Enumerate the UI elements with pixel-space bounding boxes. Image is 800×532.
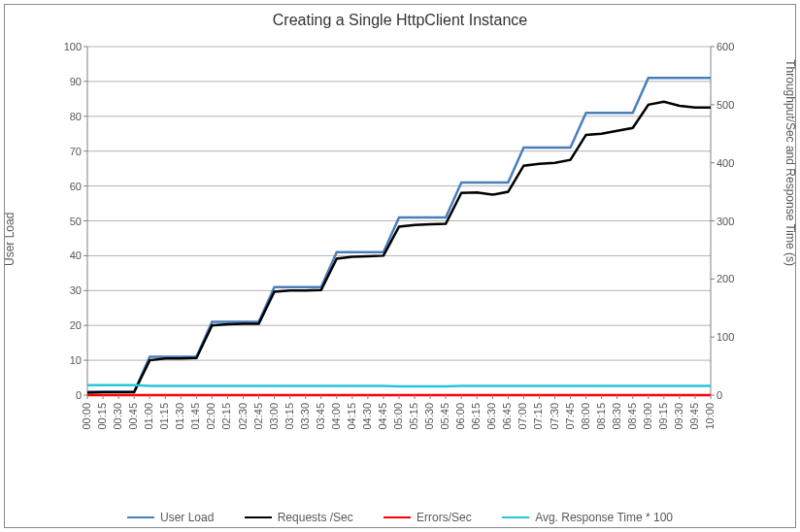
svg-text:400: 400 [717,157,734,169]
svg-text:90: 90 [70,76,82,87]
svg-text:200: 200 [717,273,734,284]
svg-text:02:30: 02:30 [237,403,249,430]
svg-text:07:45: 07:45 [564,403,576,430]
svg-text:01:30: 01:30 [174,403,185,430]
svg-text:05:00: 05:00 [392,403,404,430]
svg-text:00:45: 00:45 [127,403,139,430]
svg-text:01:15: 01:15 [158,403,170,430]
svg-text:08:30: 08:30 [611,403,622,430]
legend-swatch [383,516,411,518]
svg-text:500: 500 [717,99,734,111]
legend-label: Errors/Sec [417,511,472,524]
legend-swatch [127,516,154,518]
svg-text:50: 50 [70,216,82,227]
svg-text:08:00: 08:00 [580,403,591,430]
svg-text:80: 80 [70,111,82,122]
svg-text:600: 600 [717,41,734,52]
svg-text:20: 20 [70,319,82,331]
svg-text:09:30: 09:30 [673,403,684,430]
legend-item-errors: Errors/Sec [383,511,472,524]
svg-text:05:30: 05:30 [423,403,435,430]
series-line [87,78,711,391]
svg-text:03:00: 03:00 [268,403,280,430]
svg-text:100: 100 [64,41,82,52]
svg-text:05:45: 05:45 [439,403,450,430]
svg-text:10: 10 [70,354,82,366]
svg-text:300: 300 [717,216,734,227]
chart-title: Creating a Single HttpClient Instance [0,12,800,29]
legend-item-response: Avg. Response Time * 100 [502,511,673,524]
svg-text:09:00: 09:00 [642,403,653,430]
chart-svg: 0102030405060708090100010020030040050060… [58,41,742,449]
y-axis-right-label: Throughput/Sec and Response Time (s) [783,59,797,266]
svg-text:06:30: 06:30 [485,403,497,430]
svg-text:07:15: 07:15 [532,403,544,430]
svg-text:03:15: 03:15 [283,403,295,430]
svg-text:01:00: 01:00 [143,403,154,430]
svg-text:07:30: 07:30 [549,403,560,430]
svg-text:07:00: 07:00 [517,403,528,430]
svg-text:03:30: 03:30 [299,403,311,430]
legend-label: Requests /Sec [278,511,353,524]
svg-text:08:15: 08:15 [595,403,607,430]
svg-text:04:45: 04:45 [377,403,388,430]
legend-label: User Load [160,511,214,524]
svg-text:00:30: 00:30 [112,403,123,430]
svg-text:02:15: 02:15 [220,403,232,430]
svg-text:09:15: 09:15 [657,403,669,430]
svg-text:02:00: 02:00 [205,403,217,430]
svg-text:10:00: 10:00 [704,403,716,430]
legend-item-user-load: User Load [127,511,214,524]
svg-text:100: 100 [717,331,734,343]
legend-swatch [245,516,272,518]
svg-text:30: 30 [70,284,82,296]
svg-text:06:00: 06:00 [454,403,466,430]
legend: User Load Requests /Sec Errors/Sec Avg. … [0,508,800,524]
svg-text:00:15: 00:15 [96,403,108,430]
svg-text:60: 60 [70,181,82,192]
svg-text:08:45: 08:45 [626,403,638,430]
svg-text:06:45: 06:45 [501,403,513,430]
series-line [87,385,711,386]
svg-text:05:15: 05:15 [408,403,419,430]
svg-text:02:45: 02:45 [252,403,264,430]
chart-frame: Creating a Single HttpClient Instance Us… [0,0,800,532]
svg-text:04:15: 04:15 [346,403,357,430]
legend-item-requests: Requests /Sec [245,511,353,524]
svg-text:04:00: 04:00 [330,403,342,430]
svg-text:00:00: 00:00 [81,403,92,430]
svg-text:0: 0 [76,389,82,401]
legend-label: Avg. Response Time * 100 [535,511,673,524]
legend-swatch [502,516,529,518]
svg-text:09:45: 09:45 [688,403,700,430]
svg-text:04:30: 04:30 [361,403,373,430]
y-axis-left-label: User Load [3,213,17,266]
series-line [87,102,711,393]
svg-text:01:45: 01:45 [189,403,201,430]
plot-area: 0102030405060708090100010020030040050060… [58,41,742,449]
svg-text:70: 70 [70,146,82,157]
svg-text:06:15: 06:15 [470,403,482,430]
svg-text:03:45: 03:45 [315,403,326,430]
svg-text:0: 0 [717,389,722,401]
svg-text:40: 40 [70,249,82,261]
